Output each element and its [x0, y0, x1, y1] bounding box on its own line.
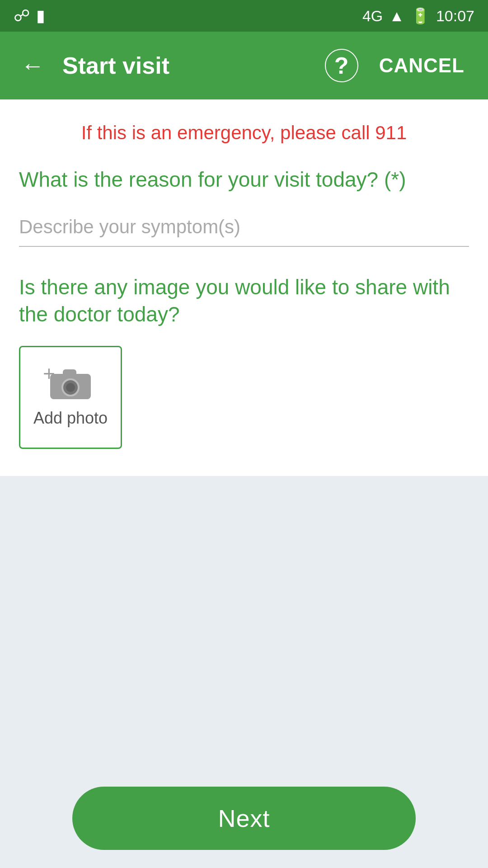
emergency-notice: If this is an emergency, please call 911 — [19, 122, 469, 144]
next-button[interactable]: Next — [72, 787, 416, 850]
status-bar-right: 4G ▲ 🔋 10:07 — [362, 7, 474, 25]
question2-label: Is there any image you would like to sha… — [19, 274, 469, 328]
cancel-label: CANCEL — [379, 54, 465, 76]
status-bar: ☍ ▮ 4G ▲ 🔋 10:07 — [0, 0, 488, 32]
question1-label: What is the reason for your visit today?… — [19, 166, 469, 193]
network-label: 4G — [362, 7, 383, 25]
add-photo-label: Add photo — [33, 409, 108, 428]
sim-icon: ▮ — [36, 8, 45, 24]
svg-point-3 — [66, 383, 75, 392]
signal-icon: ▲ — [389, 7, 404, 25]
plus-icon: + — [43, 363, 55, 384]
back-icon: ← — [21, 52, 44, 79]
page-title: Start visit — [62, 52, 311, 79]
message-icon: ☍ — [14, 8, 30, 24]
gray-spacer — [0, 476, 488, 779]
bottom-area: Next — [0, 769, 488, 868]
battery-icon: 🔋 — [411, 7, 430, 25]
time-display: 10:07 — [436, 7, 474, 25]
help-icon: ? — [334, 52, 349, 79]
cancel-button[interactable]: CANCEL — [372, 50, 472, 81]
status-bar-left: ☍ ▮ — [14, 8, 45, 24]
add-photo-button[interactable]: + Add photo — [19, 346, 122, 449]
app-bar: ← Start visit ? CANCEL — [0, 32, 488, 99]
camera-svg-icon — [50, 368, 91, 399]
symptom-input-wrapper — [19, 212, 469, 247]
main-content: If this is an emergency, please call 911… — [0, 99, 488, 476]
camera-icon: + — [50, 368, 91, 401]
help-button[interactable]: ? — [325, 49, 358, 82]
symptom-input[interactable] — [19, 212, 469, 247]
back-button[interactable]: ← — [16, 47, 49, 84]
svg-rect-1 — [63, 369, 76, 377]
